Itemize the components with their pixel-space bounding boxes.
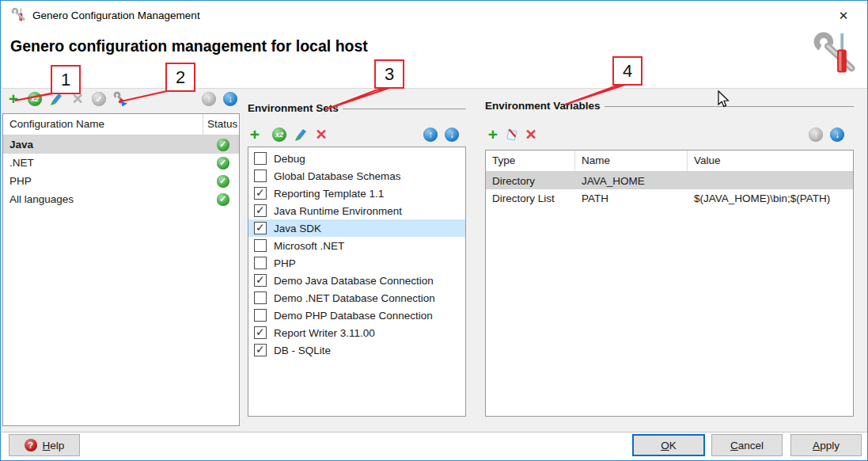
environment-variables-table: Type Name Value Directory JAVA_HOME Dire… bbox=[485, 150, 854, 417]
edit-set-button[interactable] bbox=[292, 126, 309, 143]
duplicate-icon: x2 bbox=[28, 92, 42, 106]
environment-sets-group: Environment Sets bbox=[248, 102, 466, 114]
set-checkbox[interactable] bbox=[254, 152, 267, 165]
tools-icon bbox=[813, 31, 860, 78]
set-checkbox[interactable] bbox=[254, 222, 267, 234]
set-move-down-button[interactable]: ↓ bbox=[443, 126, 461, 143]
environment-set-item[interactable]: Demo .NET Database Connection bbox=[248, 289, 465, 307]
set-label: Debug bbox=[274, 153, 305, 165]
set-label: DB - SQLite bbox=[274, 345, 331, 356]
environment-set-item[interactable]: Microsoft .NET bbox=[248, 237, 465, 254]
environment-set-item[interactable]: Debug bbox=[248, 150, 465, 167]
set-checkbox[interactable] bbox=[254, 274, 267, 287]
cancel-button[interactable]: Cancel bbox=[711, 434, 783, 456]
ok-button[interactable]: OK bbox=[632, 434, 705, 456]
add-configuration-button[interactable]: + bbox=[5, 90, 22, 108]
set-label: Java SDK bbox=[274, 223, 321, 234]
help-label: Help bbox=[43, 440, 65, 451]
set-label: PHP bbox=[274, 257, 296, 269]
add-set-button[interactable]: + bbox=[246, 126, 263, 143]
environment-set-item[interactable]: Reporting Template 1.1 bbox=[248, 185, 465, 202]
environment-set-item[interactable]: Global Database Schemas bbox=[248, 167, 465, 185]
set-checkbox[interactable] bbox=[254, 309, 267, 322]
configuration-name: PHP bbox=[3, 175, 203, 187]
configuration-name: All languages bbox=[3, 193, 203, 205]
variable-move-down-button[interactable]: ↓ bbox=[828, 126, 846, 143]
status-ok-icon bbox=[217, 175, 229, 188]
check-icon-disabled: ✓ bbox=[92, 92, 106, 106]
column-header-type: Type bbox=[486, 150, 575, 171]
down-icon: ↓ bbox=[445, 128, 459, 142]
up-icon: ↑ bbox=[423, 128, 438, 142]
environment-variables-group: Environment Variables bbox=[485, 100, 854, 112]
set-checkbox[interactable] bbox=[254, 170, 267, 182]
set-checkbox[interactable] bbox=[254, 326, 267, 339]
duplicate-set-button[interactable]: x2 bbox=[271, 126, 288, 143]
wrench-arrow-icon bbox=[112, 91, 128, 107]
status-ok-icon bbox=[217, 193, 229, 206]
variable-type: Directory bbox=[486, 175, 575, 187]
close-icon[interactable]: ✕ bbox=[824, 1, 863, 31]
column-header-configuration-name: Configuration Name bbox=[3, 114, 203, 135]
help-button[interactable]: ? Help bbox=[9, 434, 80, 456]
configure-tools-button[interactable] bbox=[112, 90, 129, 108]
environment-set-item[interactable]: DB - SQLite bbox=[248, 341, 465, 359]
apply-label: Apply bbox=[813, 440, 840, 451]
status-ok-icon bbox=[217, 139, 229, 151]
variable-row[interactable]: Directory List PATH $(JAVA_HOME)\bin;$(P… bbox=[486, 189, 853, 207]
set-checkbox[interactable] bbox=[254, 204, 267, 217]
variables-table-header: Type Name Value bbox=[486, 150, 853, 172]
callout-1: 1 bbox=[51, 65, 81, 94]
callout-3: 3 bbox=[374, 59, 404, 89]
environment-variables-title: Environment Variables bbox=[485, 100, 601, 112]
column-header-status: Status bbox=[203, 114, 237, 135]
window-title: Genero Configuration Management bbox=[32, 1, 200, 31]
delete-variable-button[interactable]: ✕ bbox=[522, 126, 540, 143]
set-checkbox[interactable] bbox=[254, 291, 267, 304]
environment-set-item[interactable]: Report Writer 3.11.00 bbox=[248, 324, 465, 341]
configuration-name: .NET bbox=[3, 157, 203, 169]
variable-value: $(JAVA_HOME)\bin;$(PATH) bbox=[688, 192, 853, 204]
environment-set-item[interactable]: Demo PHP Database Connection bbox=[248, 307, 465, 324]
configuration-move-down-button[interactable]: ↓ bbox=[222, 90, 239, 108]
set-label: Java Runtime Environment bbox=[274, 205, 402, 217]
duplicate-configuration-button[interactable]: x2 bbox=[26, 90, 44, 108]
down-icon: ↓ bbox=[830, 128, 844, 142]
delete-icon: ✕ bbox=[525, 126, 536, 143]
delete-icon: ✕ bbox=[315, 126, 327, 143]
genero-config-dialog: { "window": { "title": "Genero Configura… bbox=[0, 0, 868, 461]
environment-set-item[interactable]: Java Runtime Environment bbox=[248, 202, 465, 219]
set-checkbox[interactable] bbox=[254, 257, 267, 269]
environment-set-item[interactable]: PHP bbox=[248, 254, 465, 272]
environment-set-item[interactable]: Java SDK bbox=[248, 219, 465, 237]
set-label: Microsoft .NET bbox=[274, 240, 344, 252]
environment-set-item[interactable]: Demo Java Database Connection bbox=[248, 272, 465, 289]
add-icon: + bbox=[9, 91, 18, 107]
help-icon: ? bbox=[25, 439, 37, 451]
configuration-row[interactable]: Java bbox=[3, 135, 239, 154]
environment-sets-list: Debug Global Database Schemas Reporting … bbox=[248, 147, 466, 417]
app-wrench-screwdriver-icon bbox=[11, 7, 27, 23]
set-move-up-button[interactable]: ↑ bbox=[422, 126, 439, 143]
configuration-row[interactable]: .NET bbox=[3, 154, 239, 172]
column-header-value: Value bbox=[688, 150, 853, 171]
configuration-name: Java bbox=[3, 139, 203, 150]
variable-type: Directory List bbox=[486, 192, 575, 204]
configuration-row[interactable]: PHP bbox=[3, 172, 239, 190]
edit-variable-button[interactable] bbox=[504, 126, 521, 143]
delete-set-button[interactable]: ✕ bbox=[313, 126, 330, 143]
set-label: Report Writer 3.11.00 bbox=[274, 327, 375, 339]
set-label: Reporting Template 1.1 bbox=[274, 188, 384, 200]
add-variable-button[interactable]: + bbox=[484, 126, 502, 143]
variable-name: PATH bbox=[575, 192, 688, 204]
apply-button[interactable]: Apply bbox=[790, 434, 862, 456]
add-icon: + bbox=[488, 127, 498, 143]
column-header-name: Name bbox=[575, 150, 688, 171]
up-icon-disabled: ↑ bbox=[202, 92, 216, 106]
set-checkbox[interactable] bbox=[254, 187, 267, 200]
variable-row[interactable]: Directory JAVA_HOME bbox=[486, 172, 853, 189]
set-checkbox[interactable] bbox=[254, 239, 267, 252]
set-checkbox[interactable] bbox=[254, 344, 267, 356]
configuration-row[interactable]: All languages bbox=[3, 190, 239, 208]
mouse-cursor-icon bbox=[715, 90, 730, 109]
